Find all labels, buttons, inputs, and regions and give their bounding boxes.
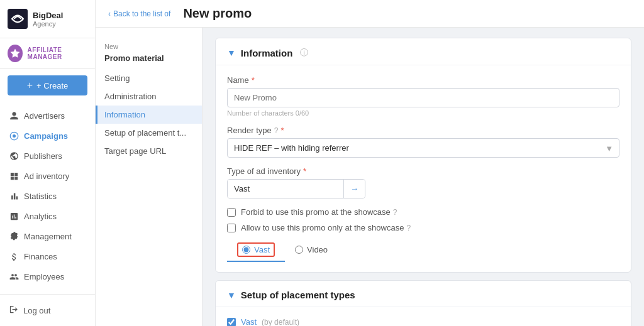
sub-sidebar-new-label: New — [104, 41, 193, 52]
video-radio-input[interactable] — [295, 246, 303, 254]
sidebar-item-publishers[interactable]: Publishers — [0, 146, 95, 166]
render-type-select[interactable]: HIDE REF – with hiding referrer Standard… — [227, 138, 619, 158]
main-area: ‹ Back to the list of New promo New Prom… — [96, 0, 644, 326]
sidebar-item-analytics-label: Analytics — [24, 212, 57, 221]
ad-inventory-wrapper: Vast → — [227, 179, 365, 198]
bar-chart-icon — [9, 191, 19, 201]
logo-subname: Agency — [33, 20, 63, 28]
placement-vast-checkbox[interactable] — [227, 318, 236, 327]
logo-icon — [8, 9, 28, 29]
logo-name: BigDeal — [33, 11, 63, 20]
sidebar-item-management-label: Management — [24, 232, 72, 241]
allow-checkbox-label: Allow to use this promo only at the show… — [241, 223, 411, 232]
render-type-select-wrapper: HIDE REF – with hiding referrer Standard… — [227, 138, 619, 158]
role-section: Affiliate Manager — [0, 38, 95, 69]
role-icon — [8, 45, 23, 62]
sidebar-item-campaigns-label: Campaigns — [24, 131, 68, 141]
information-card: ▼ Information ⓘ Name * Number of charact… — [215, 38, 631, 273]
sidebar-item-finances-label: Finances — [24, 252, 57, 261]
plus-icon: + — [27, 80, 33, 91]
content-area: New Promo material Setting Administratio… — [96, 28, 644, 326]
video-radio-label: Video — [307, 245, 328, 254]
back-link-text: Back to the list of — [113, 9, 170, 18]
sub-sidebar-item-administration[interactable]: Administration — [96, 87, 202, 106]
sub-sidebar-item-setup-placement-label: Setup of placement t... — [104, 128, 186, 138]
sidebar-item-analytics[interactable]: Analytics — [0, 206, 95, 226]
sub-sidebar-header: New Promo material — [96, 35, 202, 69]
name-required: * — [252, 75, 255, 85]
globe-icon — [9, 151, 19, 161]
forbid-checkbox[interactable] — [227, 208, 236, 217]
svg-point-2 — [13, 134, 16, 138]
sidebar-item-employees[interactable]: Employees — [0, 266, 95, 286]
name-input[interactable] — [227, 88, 619, 107]
vast-radio-box: Vast — [237, 242, 275, 257]
render-type-label: Render type ? * — [227, 126, 619, 135]
form-area: ▼ Information ⓘ Name * Number of charact… — [203, 28, 644, 326]
page-title: New promo — [183, 6, 252, 21]
svg-rect-0 — [8, 9, 28, 29]
sub-sidebar-item-setting-label: Setting — [104, 73, 130, 83]
allow-checkbox[interactable] — [227, 224, 236, 232]
information-collapse-button[interactable]: ▼ — [227, 48, 236, 58]
sub-sidebar-item-setup-placement[interactable]: Setup of placement t... — [96, 124, 202, 142]
sidebar-item-advertisers[interactable]: Advertisers — [0, 106, 95, 126]
vast-radio-input[interactable] — [242, 246, 250, 254]
sidebar-item-finances[interactable]: Finances — [0, 246, 95, 266]
placement-card-title: Setup of placement types — [241, 290, 355, 300]
sidebar-item-campaigns[interactable]: Campaigns — [0, 126, 95, 146]
sidebar-item-logout[interactable]: Log out — [0, 300, 95, 321]
sidebar-item-ad-inventory-label: Ad inventory — [24, 171, 69, 181]
sub-sidebar-item-information[interactable]: Information — [96, 106, 202, 124]
sub-sidebar-item-administration-label: Administration — [104, 92, 156, 101]
logout-icon — [9, 305, 18, 316]
sidebar-item-publishers-label: Publishers — [24, 151, 62, 161]
placement-collapse-button[interactable]: ▼ — [227, 290, 236, 300]
forbid-checkbox-item: Forbid to use this promo at the showcase… — [227, 207, 619, 217]
information-card-body: Name * Number of characters 0/60 Render … — [216, 65, 631, 272]
information-info-icon[interactable]: ⓘ — [300, 47, 308, 58]
allow-help-icon[interactable]: ? — [406, 224, 411, 232]
back-link[interactable]: ‹ Back to the list of — [108, 9, 170, 18]
create-button-label: + Create — [36, 81, 68, 90]
name-label: Name * — [227, 75, 619, 85]
person-icon — [9, 111, 19, 121]
radio-tabs: Vast Video — [227, 239, 619, 262]
allow-checkbox-item: Allow to use this promo only at the show… — [227, 223, 619, 232]
render-type-group: Render type ? * HIDE REF – with hiding r… — [227, 126, 619, 158]
logo: BigDeal Agency — [0, 0, 95, 38]
information-card-title: Information — [241, 48, 293, 58]
sidebar-nav: Advertisers Campaigns Publishers Ad inve… — [0, 102, 95, 294]
forbid-checkbox-label: Forbid to use this promo at the showcase… — [241, 207, 397, 217]
settings-icon — [9, 231, 19, 241]
render-type-help-icon[interactable]: ? — [274, 126, 279, 135]
sidebar-item-ad-inventory[interactable]: Ad inventory — [0, 166, 95, 186]
placement-card: ▼ Setup of placement types Vast (by defa… — [215, 280, 631, 326]
sidebar-item-statistics[interactable]: Statistics — [0, 186, 95, 206]
render-type-required: * — [281, 126, 284, 135]
ad-inventory-value: Vast — [228, 180, 343, 198]
sidebar-item-management[interactable]: Management — [0, 226, 95, 246]
radio-tab-vast[interactable]: Vast — [227, 239, 285, 262]
sidebar-footer: Log out — [0, 294, 95, 326]
ad-inventory-arrow-button[interactable]: → — [343, 180, 365, 198]
chevron-left-icon: ‹ — [108, 9, 111, 18]
radio-tab-video[interactable]: Video — [285, 239, 338, 262]
sub-sidebar-section-label: Promo material — [104, 52, 193, 65]
ad-inventory-type-label: Type of ad inventory * — [227, 166, 619, 176]
ad-inventory-type-group: Type of ad inventory * Vast → — [227, 166, 619, 198]
role-label: Affiliate Manager — [28, 46, 87, 60]
sidebar-item-logout-label: Log out — [23, 306, 50, 315]
information-card-header: ▼ Information ⓘ — [216, 38, 631, 65]
create-button[interactable]: + + Create — [8, 75, 87, 95]
people-icon — [9, 271, 19, 281]
forbid-help-icon[interactable]: ? — [393, 208, 397, 217]
analytics-icon — [9, 211, 19, 221]
sub-sidebar-item-target-url[interactable]: Target page URL — [96, 142, 202, 160]
sub-sidebar-item-setting[interactable]: Setting — [96, 69, 202, 87]
name-hint: Number of characters 0/60 — [227, 109, 619, 117]
name-field-group: Name * Number of characters 0/60 — [227, 75, 619, 117]
vast-radio-label: Vast — [254, 245, 270, 254]
dollar-icon — [9, 251, 19, 261]
ad-inventory-required: * — [303, 166, 306, 176]
